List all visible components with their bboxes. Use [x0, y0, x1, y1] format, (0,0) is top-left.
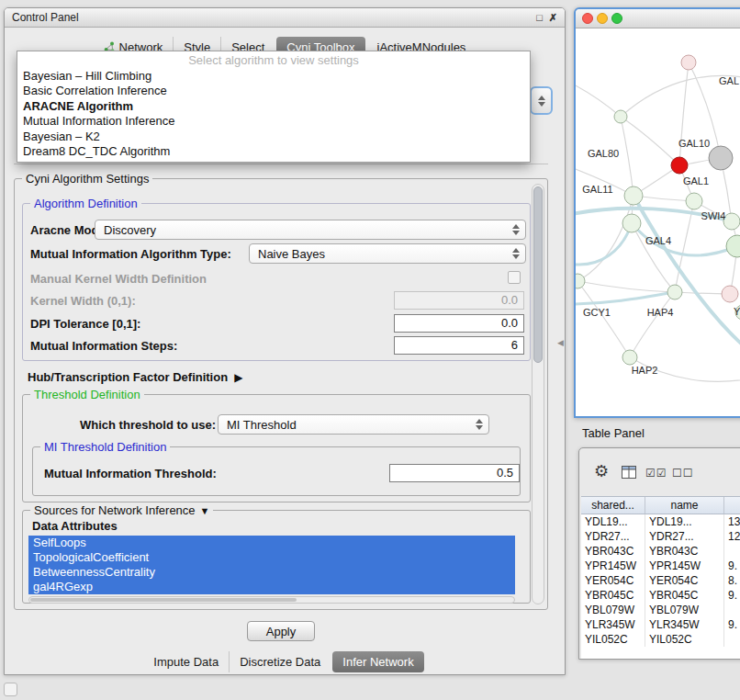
- deselect-all-rows-icon[interactable]: ☐☐: [672, 467, 694, 480]
- table-cell[interactable]: YBR043C: [581, 544, 645, 559]
- network-node[interactable]: [681, 55, 696, 70]
- dropdown-option[interactable]: Dream8 DC_TDC Algorithm: [17, 144, 530, 160]
- table-cell[interactable]: YDL19...: [581, 514, 645, 529]
- network-node-selected[interactable]: [671, 157, 688, 174]
- dpi-tolerance-field[interactable]: 0.0: [394, 314, 524, 333]
- network-node[interactable]: [622, 350, 637, 365]
- column-header[interactable]: name: [645, 497, 724, 514]
- tab-impute-data[interactable]: Impute Data: [143, 651, 229, 672]
- table-cell[interactable]: YBL079W: [581, 603, 645, 617]
- network-canvas[interactable]: GAL80 GAL10 GAL11 GAL1 SWI4 GAL4 GCY1 HA…: [576, 28, 740, 416]
- aracne-mode-combo[interactable]: Discovery: [95, 220, 526, 240]
- table-cell[interactable]: YDR27...: [645, 529, 724, 544]
- network-node[interactable]: [686, 193, 702, 209]
- list-item[interactable]: BetweennessCentrality: [28, 565, 515, 580]
- table-cell[interactable]: YBR045C: [581, 588, 645, 603]
- float-window-icon[interactable]: □: [536, 12, 543, 24]
- network-node[interactable]: [726, 235, 740, 257]
- table-cell[interactable]: YER054C: [645, 573, 724, 588]
- table-cell[interactable]: 8.: [724, 573, 740, 588]
- column-header[interactable]: [724, 497, 740, 514]
- table-cell[interactable]: YLR345W: [645, 617, 724, 632]
- network-node[interactable]: [709, 146, 733, 170]
- which-threshold-combo[interactable]: MI Threshold: [218, 414, 489, 435]
- dropdown-option[interactable]: Bayesian – K2: [17, 130, 530, 145]
- close-traffic-light-icon[interactable]: [582, 13, 593, 24]
- select-all-rows-icon[interactable]: ☑☑: [645, 467, 667, 480]
- kernel-width-field[interactable]: 0.0: [394, 291, 524, 310]
- network-node[interactable]: [614, 110, 627, 123]
- table-cell[interactable]: 9.: [724, 588, 740, 603]
- dropdown-option[interactable]: Basic Correlation Inference: [17, 84, 530, 99]
- combo-stepper-icon: [509, 224, 525, 235]
- list-item[interactable]: SelfLoops: [28, 536, 515, 550]
- manual-kernel-checkbox[interactable]: [508, 271, 521, 284]
- table-cell[interactable]: [724, 603, 740, 617]
- table-cell[interactable]: YPR145W: [581, 559, 645, 573]
- network-node[interactable]: [667, 285, 682, 299]
- tab-discretize-data[interactable]: Discretize Data: [229, 651, 331, 672]
- list-item[interactable]: TopologicalCoefficient: [28, 550, 515, 565]
- table-row[interactable]: YDR27... YDR27... 12: [581, 529, 740, 544]
- dropdown-option[interactable]: Mutual Information Inference: [17, 114, 530, 130]
- table-cell[interactable]: YBR045C: [645, 588, 724, 603]
- table-cell[interactable]: [724, 632, 740, 647]
- hub-transcription-section-toggle[interactable]: Hub/Transcription Factor Definition ▶: [28, 370, 242, 384]
- network-node[interactable]: [723, 213, 740, 230]
- mi-threshold-field[interactable]: 0.5: [389, 464, 520, 482]
- table-cell[interactable]: YDR27...: [581, 529, 645, 544]
- algorithm-combo-fragment[interactable]: [530, 86, 553, 115]
- network-node[interactable]: [576, 274, 585, 288]
- gear-icon[interactable]: ⚙: [594, 461, 609, 481]
- table-cell[interactable]: YBR043C: [645, 544, 724, 559]
- table-row[interactable]: YDL19... YDL19... 13: [581, 514, 740, 529]
- table-cell[interactable]: YIL052C: [581, 632, 645, 647]
- table-cell[interactable]: 9.: [724, 617, 740, 632]
- table-cell[interactable]: YPR145W: [645, 559, 724, 573]
- table-cell[interactable]: YIL052C: [645, 632, 724, 647]
- table-cell[interactable]: YER054C: [581, 573, 645, 588]
- attributes-scrollbar-thumb[interactable]: [30, 598, 297, 602]
- table-row[interactable]: YPR145W YPR145W 9.: [581, 559, 740, 573]
- collapsed-panel-icon[interactable]: [4, 683, 17, 696]
- apply-button[interactable]: Apply: [247, 621, 315, 641]
- table-cell[interactable]: YDL19...: [645, 514, 724, 529]
- dropdown-option-highlighted[interactable]: ARACNE Algorithm: [17, 99, 530, 115]
- zoom-traffic-light-icon[interactable]: [611, 13, 622, 24]
- dropdown-option[interactable]: Bayesian – Hill Climbing: [17, 69, 530, 85]
- settings-scrollbar-thumb[interactable]: [533, 186, 543, 363]
- attributes-horizontal-scrollbar[interactable]: [28, 596, 515, 604]
- table-cell[interactable]: 9.: [724, 559, 740, 573]
- network-window-titlebar[interactable]: [576, 9, 740, 28]
- table-cell[interactable]: 13: [724, 514, 740, 529]
- table-cell[interactable]: YLR345W: [581, 617, 645, 632]
- table-row[interactable]: YIL052C YIL052C: [581, 632, 740, 647]
- table-row[interactable]: YBL079W YBL079W: [581, 603, 740, 617]
- network-node[interactable]: [722, 286, 738, 302]
- list-item[interactable]: gal4RGexp: [28, 580, 515, 594]
- tab-infer-network[interactable]: Infer Network: [332, 651, 423, 672]
- mi-steps-field[interactable]: 6: [394, 336, 524, 355]
- table-row[interactable]: YLR345W YLR345W 9.: [581, 617, 740, 632]
- combo-value: Naive Bayes: [258, 247, 325, 261]
- table-cell[interactable]: 12: [724, 529, 740, 544]
- mi-algorithm-type-combo[interactable]: Naive Bayes: [249, 243, 526, 264]
- network-node[interactable]: [622, 214, 641, 232]
- columns-icon[interactable]: [622, 466, 636, 479]
- sources-group-title[interactable]: Sources for Network Inference ▼: [30, 503, 213, 517]
- close-window-icon[interactable]: ✗: [549, 12, 557, 24]
- data-attributes-label: Data Attributes: [32, 519, 118, 533]
- control-panel-titlebar[interactable]: Control Panel □ ✗: [5, 8, 565, 28]
- network-node[interactable]: [624, 186, 643, 205]
- settings-scrollbar[interactable]: [532, 184, 544, 604]
- table-cell[interactable]: [724, 544, 740, 559]
- minimize-traffic-light-icon[interactable]: [597, 13, 608, 24]
- splitter-collapse-icon[interactable]: ◀: [557, 338, 564, 347]
- combo-value: MI Threshold: [227, 418, 297, 432]
- table-cell[interactable]: YBL079W: [645, 603, 724, 617]
- table-row[interactable]: YBR045C YBR045C 9.: [581, 588, 740, 603]
- table-row[interactable]: YER054C YER054C 8.: [581, 573, 740, 588]
- table-row[interactable]: YBR043C YBR043C: [581, 544, 740, 559]
- column-header[interactable]: shared...: [581, 497, 645, 514]
- combo-stepper-icon: [472, 419, 488, 430]
